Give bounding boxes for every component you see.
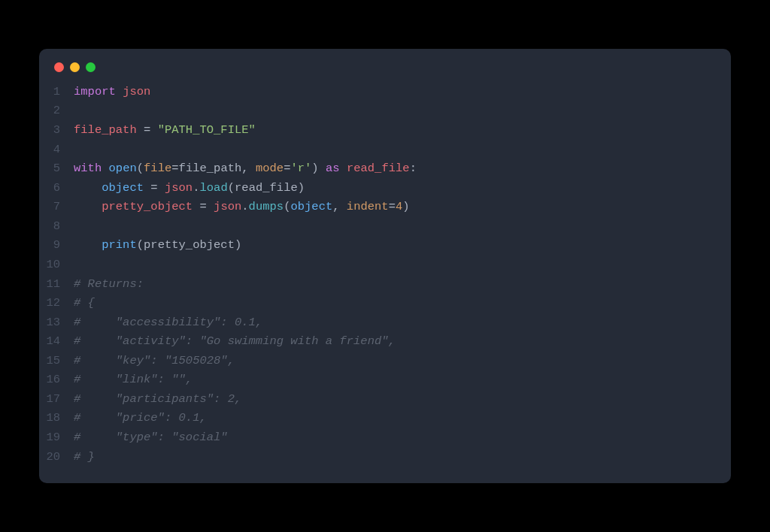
token-op: ) (311, 162, 318, 175)
code-editor[interactable]: 1import json23file_path = "PATH_TO_FILE"… (39, 83, 731, 467)
code-window: 1import json23file_path = "PATH_TO_FILE"… (39, 49, 731, 483)
line-content: # "accessibility": 0.1, (74, 313, 262, 333)
line-number: 4 (39, 141, 74, 160)
code-line: 13# "accessibility": 0.1, (39, 313, 731, 333)
token-id: json (214, 200, 241, 213)
token-num: 4 (396, 200, 402, 213)
token-op: ) (298, 181, 305, 195)
token-id: read_file (347, 162, 410, 175)
line-content: # "participants": 2, (74, 390, 241, 410)
token-str: "PATH_TO_FILE" (158, 123, 256, 137)
token-plain (144, 181, 150, 195)
line-content: # "price": 0.1, (74, 409, 207, 428)
window-titlebar (39, 62, 731, 83)
zoom-icon[interactable] (86, 62, 95, 72)
line-content: # Returns: (74, 275, 144, 295)
close-icon[interactable] (54, 62, 64, 72)
token-cmnt: # "price": 0.1, (74, 411, 207, 425)
line-number: 10 (39, 255, 74, 275)
token-fn: print (102, 238, 137, 252)
line-number: 5 (39, 159, 74, 179)
line-number: 2 (39, 101, 74, 121)
token-kw: import (74, 85, 116, 98)
line-content: print(pretty_object) (74, 236, 241, 255)
code-line: 11# Returns: (39, 275, 731, 295)
token-plain (74, 238, 102, 252)
token-id: file_path (74, 123, 137, 137)
token-param: indent (347, 200, 389, 213)
token-op: = (150, 181, 157, 195)
token-id: json (123, 85, 150, 98)
line-number: 11 (39, 275, 74, 295)
token-fn: object (102, 181, 144, 195)
token-op: ) (235, 238, 241, 252)
token-plain (319, 162, 326, 175)
line-number: 7 (39, 198, 74, 217)
code-line: 20# } (39, 448, 731, 467)
line-number: 20 (39, 448, 74, 467)
code-line: 15# "key": "1505028", (39, 352, 731, 371)
code-line: 18# "price": 0.1, (39, 409, 731, 428)
code-line: 2 (39, 101, 731, 121)
code-line: 14# "activity": "Go swimming with a frie… (39, 332, 731, 352)
token-cmnt: # "accessibility": 0.1, (74, 316, 262, 329)
code-line: 5with open(file=file_path, mode='r') as … (39, 159, 731, 179)
token-plain (74, 181, 102, 195)
token-id: pretty_object (102, 200, 192, 213)
line-content: # { (74, 294, 95, 313)
line-number: 8 (39, 217, 74, 237)
line-number: 14 (39, 332, 74, 352)
token-plain: pretty_object (144, 238, 235, 252)
token-op: = (389, 200, 396, 213)
token-op: ( (228, 181, 235, 195)
code-line: 17# "participants": 2, (39, 390, 731, 410)
code-line: 8 (39, 217, 731, 237)
line-number: 9 (39, 236, 74, 255)
token-op: . (192, 181, 199, 195)
token-op: . (241, 200, 248, 213)
token-op: ( (137, 162, 144, 175)
token-fn: open (109, 162, 137, 175)
token-cmnt: # "type": "social" (74, 431, 228, 444)
line-number: 3 (39, 121, 74, 141)
token-id: json (165, 181, 192, 195)
token-op: , (241, 162, 256, 175)
line-number: 1 (39, 83, 74, 102)
token-call: dumps (249, 200, 284, 213)
token-plain: file_path (179, 162, 242, 175)
line-number: 6 (39, 179, 74, 198)
token-plain (137, 123, 144, 137)
token-cmnt: # "key": "1505028", (74, 354, 235, 367)
token-plain (158, 181, 165, 195)
code-line: 3file_path = "PATH_TO_FILE" (39, 121, 731, 141)
line-content: # "key": "1505028", (74, 352, 235, 371)
line-content: pretty_object = json.dumps(object, inden… (74, 198, 410, 217)
token-cmnt: # "link": "", (74, 373, 192, 386)
line-content: # "type": "social" (74, 428, 228, 448)
line-number: 15 (39, 352, 74, 371)
token-cmnt: # "activity": "Go swimming with a friend… (74, 334, 396, 348)
token-cmnt: # { (74, 296, 95, 310)
token-param: mode (256, 162, 283, 175)
line-content: # "link": "", (74, 370, 192, 390)
line-number: 13 (39, 313, 74, 333)
token-op: = (199, 200, 206, 213)
token-plain (207, 200, 214, 213)
token-plain: read_file (235, 181, 298, 195)
code-line: 1import json (39, 83, 731, 102)
token-kw: with (74, 162, 102, 175)
token-param: file (144, 162, 171, 175)
token-cmnt: # Returns: (74, 277, 144, 291)
line-number: 16 (39, 370, 74, 390)
token-op: ( (137, 238, 144, 252)
line-number: 17 (39, 390, 74, 410)
code-line: 19# "type": "social" (39, 428, 731, 448)
minimize-icon[interactable] (70, 62, 80, 72)
code-line: 6 object = json.load(read_file) (39, 179, 731, 198)
token-cmnt: # } (74, 450, 95, 464)
code-line: 16# "link": "", (39, 370, 731, 390)
token-plain (74, 200, 102, 213)
token-op: ) (402, 200, 409, 213)
token-op: , (332, 200, 347, 213)
token-plain (150, 123, 157, 137)
